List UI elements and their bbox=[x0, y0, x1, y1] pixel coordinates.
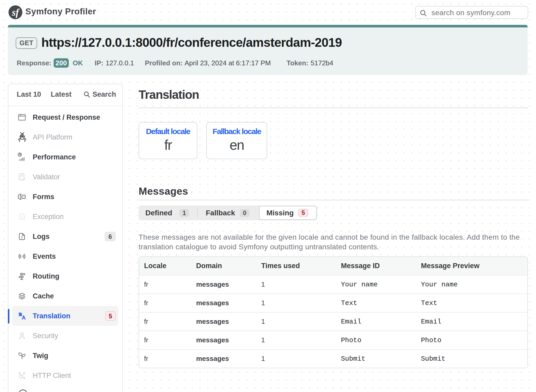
svg-text:sf: sf bbox=[12, 7, 20, 18]
